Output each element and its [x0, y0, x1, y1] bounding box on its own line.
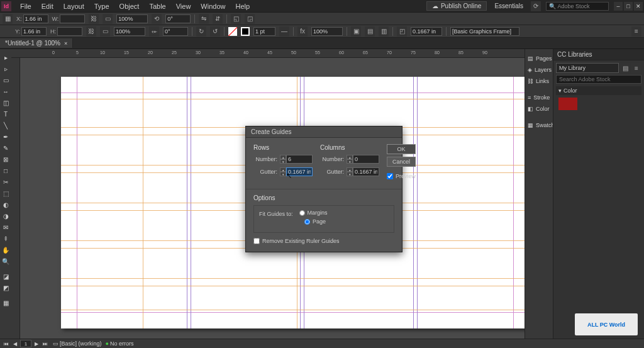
- w-input[interactable]: [60, 14, 85, 23]
- flip-h-icon[interactable]: ⇋: [199, 14, 209, 24]
- stroke-style-icon[interactable]: —: [279, 26, 289, 36]
- page-number-input[interactable]: [20, 340, 31, 347]
- document-tab[interactable]: *Untitled-1 @ 100% ×: [0, 38, 73, 48]
- cols-number-up[interactable]: ▴: [347, 155, 353, 159]
- note-tool[interactable]: ✉: [1, 222, 11, 232]
- flip-v-icon[interactable]: ⇵: [213, 14, 223, 24]
- free-transform-tool[interactable]: ⬚: [1, 188, 11, 198]
- swatches-panel-tab[interactable]: ▦Swatches: [525, 120, 553, 131]
- content-collector-tool[interactable]: ◫: [1, 98, 11, 108]
- menu-help[interactable]: Help: [230, 0, 255, 13]
- object-style-select[interactable]: [450, 27, 519, 36]
- library-select[interactable]: [556, 63, 619, 73]
- menu-table[interactable]: Table: [144, 0, 170, 13]
- margin-guide-bottom[interactable]: [61, 312, 525, 313]
- ruler-guide-h[interactable]: [61, 278, 525, 279]
- text-wrap-none-icon[interactable]: ▣: [351, 26, 361, 36]
- scale-x-input[interactable]: [116, 14, 148, 23]
- rows-number-up[interactable]: ▴: [280, 155, 286, 159]
- stroke-weight-input[interactable]: [253, 27, 275, 36]
- zoom-tool[interactable]: 🔍: [1, 256, 11, 266]
- x-input[interactable]: [23, 14, 48, 23]
- rows-number-input[interactable]: [286, 155, 313, 164]
- rectangle-tool[interactable]: □: [1, 166, 11, 176]
- control-menu-icon[interactable]: ≡: [631, 26, 641, 36]
- eyedropper-tool[interactable]: ⤉: [1, 233, 11, 244]
- gradient-feather-tool[interactable]: ◑: [1, 211, 11, 221]
- ruler-guide-h[interactable]: [61, 286, 525, 286]
- rotate-icon[interactable]: ⟲: [152, 14, 162, 24]
- scissors-tool[interactable]: ✂: [1, 177, 11, 187]
- next-page-button[interactable]: ▶: [33, 340, 40, 347]
- layers-panel-tab[interactable]: ◈Layers: [525, 64, 553, 76]
- corners-icon[interactable]: ◰: [397, 26, 407, 36]
- close-tab-button[interactable]: ×: [64, 40, 67, 47]
- ruler-guide-v[interactable]: [143, 77, 143, 328]
- workspace-selector[interactable]: Essentials: [492, 3, 526, 9]
- color-panel-tab[interactable]: ◧Color: [525, 103, 553, 115]
- opacity-input[interactable]: [311, 27, 343, 36]
- close-window-button[interactable]: ✕: [634, 2, 643, 11]
- gradient-swatch-tool[interactable]: ◐: [1, 199, 11, 210]
- first-page-button[interactable]: ⏮: [3, 340, 10, 347]
- page-tool[interactable]: ▭: [1, 75, 11, 85]
- lib-view-icon[interactable]: ▤: [620, 63, 630, 73]
- scale-y-input[interactable]: [114, 27, 145, 36]
- menu-file[interactable]: File: [15, 0, 36, 13]
- remove-guides-checkbox[interactable]: [253, 238, 260, 244]
- effects-icon[interactable]: fx: [297, 26, 308, 36]
- ruler-horizontal[interactable]: 0 5 10 15 20 25 30 35 40 45 50 55 60 65 …: [11, 49, 525, 58]
- scale-icon[interactable]: ▭: [103, 14, 113, 24]
- shear-input[interactable]: [163, 27, 188, 36]
- ruler-guide-h[interactable]: [61, 310, 525, 310]
- minimize-button[interactable]: –: [614, 2, 623, 11]
- pencil-tool[interactable]: ✎: [1, 143, 11, 153]
- fill-swatch[interactable]: [228, 27, 237, 36]
- remove-guides-checkbox-label[interactable]: Remove Existing Ruler Guides: [253, 238, 394, 244]
- fill-stroke-toggle[interactable]: ◪: [1, 271, 11, 281]
- cancel-button[interactable]: Cancel: [387, 157, 416, 167]
- ok-button[interactable]: OK: [387, 144, 416, 154]
- rows-gutter-up[interactable]: ▴: [280, 167, 286, 172]
- text-wrap-bbox-icon[interactable]: ▤: [365, 26, 375, 36]
- ruler-guide-h[interactable]: [61, 99, 525, 99]
- constrain2-icon[interactable]: ⛓: [86, 26, 96, 36]
- lib-list-icon[interactable]: ≡: [631, 63, 641, 73]
- preview-checkbox-label[interactable]: Preview: [387, 173, 416, 179]
- default-fill-stroke[interactable]: ◩: [1, 283, 11, 293]
- selection-tool[interactable]: ▸: [1, 52, 11, 62]
- maximize-button[interactable]: □: [624, 2, 633, 11]
- select-container-icon[interactable]: ◱: [231, 14, 241, 24]
- preview-checkbox[interactable]: [387, 173, 393, 179]
- last-page-button[interactable]: ⏭: [42, 340, 49, 347]
- master-page-indicator[interactable]: ▭ [Basic] (working): [53, 340, 102, 347]
- library-color-swatch[interactable]: [558, 98, 577, 110]
- menu-layout[interactable]: Layout: [58, 0, 89, 13]
- hand-tool[interactable]: ✋: [1, 245, 11, 255]
- links-panel-tab[interactable]: ⛓Links: [525, 76, 553, 87]
- rotate-cw-icon[interactable]: ↻: [196, 26, 206, 36]
- ruler-vertical[interactable]: [11, 58, 20, 348]
- stroke-swatch[interactable]: [241, 27, 250, 36]
- stroke-panel-tab[interactable]: ≡Stroke: [525, 92, 553, 103]
- cc-libraries-tab[interactable]: CC Libraries: [553, 49, 644, 60]
- type-tool[interactable]: T: [1, 109, 11, 119]
- corner-radius-input[interactable]: [411, 27, 442, 36]
- publish-online-button[interactable]: ☁ Publish Online: [426, 1, 487, 11]
- text-wrap-shape-icon[interactable]: ▥: [379, 26, 389, 36]
- margins-radio-label[interactable]: Margins: [299, 210, 328, 216]
- menu-view[interactable]: View: [171, 0, 196, 13]
- margins-radio[interactable]: [299, 210, 305, 216]
- margin-guide-top[interactable]: [61, 93, 525, 93]
- cols-gutter-down[interactable]: ▾: [347, 172, 353, 176]
- y-input[interactable]: [21, 27, 47, 36]
- cols-gutter-input[interactable]: [353, 167, 379, 176]
- rotate-input[interactable]: [165, 14, 191, 23]
- rectangle-frame-tool[interactable]: ⊠: [1, 154, 11, 164]
- pen-tool[interactable]: ✒: [1, 132, 11, 142]
- select-content-icon[interactable]: ◲: [245, 14, 255, 24]
- preflight-status[interactable]: ● No errors: [106, 340, 134, 347]
- rows-number-down[interactable]: ▾: [280, 159, 286, 164]
- constrain-icon[interactable]: ⛓: [89, 14, 99, 24]
- reference-point-icon[interactable]: ▦: [3, 14, 13, 24]
